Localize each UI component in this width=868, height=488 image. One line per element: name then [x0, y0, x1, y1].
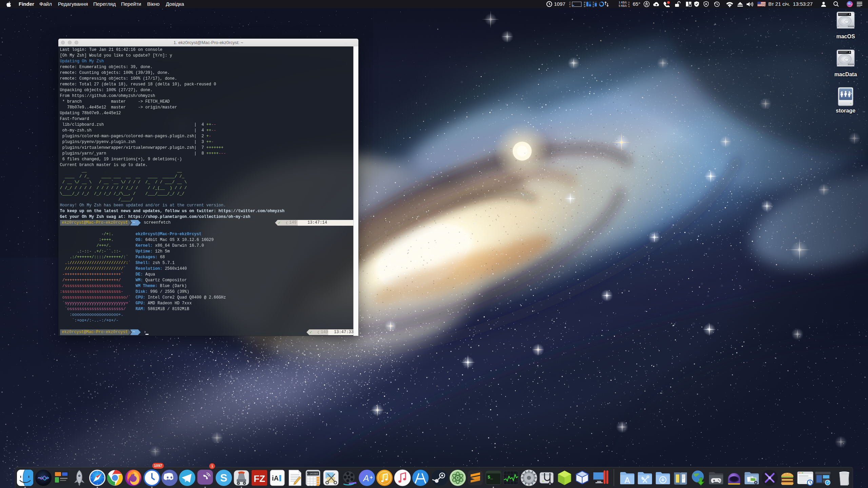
svg-text:+: + [370, 474, 373, 480]
svg-text:$_: $_ [488, 475, 493, 480]
svg-text:A: A [362, 473, 369, 483]
svg-text:S: S [220, 472, 227, 484]
svg-text:3.141593: 3.141593 [307, 472, 318, 475]
svg-text:iA: iA [272, 474, 279, 482]
svg-text:FZ: FZ [254, 473, 265, 484]
